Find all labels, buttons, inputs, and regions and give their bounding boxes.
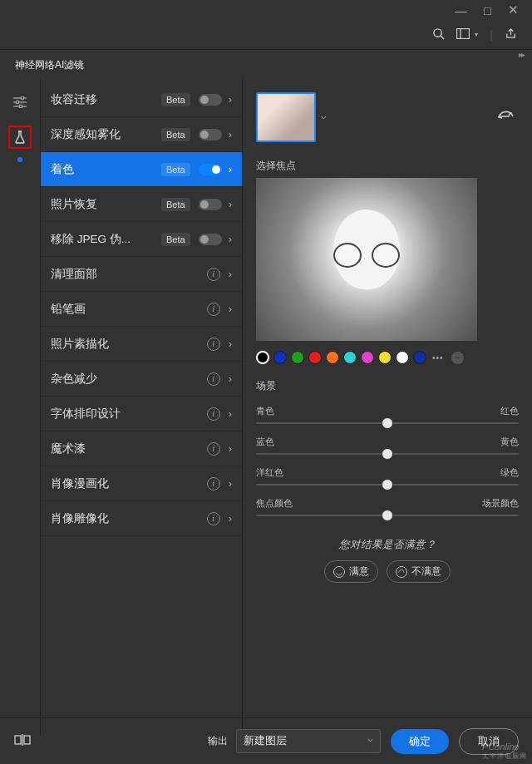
filter-item-11[interactable]: 肖像漫画化i›: [41, 466, 242, 501]
info-icon[interactable]: i: [207, 442, 220, 456]
scene-label: 场景: [256, 379, 519, 393]
filter-toggle[interactable]: [199, 234, 222, 245]
info-icon[interactable]: i: [207, 268, 220, 281]
chevron-right-icon: ›: [229, 128, 232, 140]
slider-track[interactable]: [256, 453, 519, 455]
slider-left-label: 蓝色: [256, 436, 274, 448]
chevron-right-icon: ›: [229, 372, 232, 385]
filter-name: 着色: [51, 162, 161, 177]
filter-item-6[interactable]: 铅笔画i›: [41, 292, 242, 327]
share-icon[interactable]: [505, 27, 517, 42]
filter-list: 妆容迁移Beta›深度感知雾化Beta›着色Beta›照片恢复Beta›移除 J…: [40, 79, 243, 736]
filter-name: 肖像漫画化: [51, 476, 207, 491]
panel-tab[interactable]: 神经网络AI滤镜: [7, 52, 92, 79]
filter-item-5[interactable]: 清理面部i›: [41, 257, 242, 292]
sliders-icon[interactable]: [8, 91, 32, 114]
search-icon[interactable]: [432, 27, 445, 42]
color-swatch[interactable]: [326, 351, 339, 364]
ok-button[interactable]: 确定: [391, 729, 449, 754]
filter-item-8[interactable]: 杂色减少i›: [41, 362, 242, 397]
beta-badge: Beta: [161, 128, 190, 141]
layout-dropdown-icon[interactable]: ▾: [475, 31, 478, 38]
slider-track[interactable]: [256, 422, 519, 424]
filter-item-1[interactable]: 深度感知雾化Beta›: [41, 117, 242, 152]
minimize-button[interactable]: —: [455, 3, 467, 17]
slider-right-label: 绿色: [500, 466, 519, 479]
feedback-no-button[interactable]: ◠不满意: [387, 560, 451, 583]
color-swatch[interactable]: [273, 351, 287, 364]
filter-toggle[interactable]: [199, 94, 222, 106]
filter-item-9[interactable]: 字体排印设计i›: [41, 397, 242, 431]
undo-icon[interactable]: [497, 109, 514, 126]
filter-item-4[interactable]: 移除 JPEG 伪...Beta›: [41, 222, 242, 257]
slider-knob[interactable]: [382, 417, 393, 429]
slider-track[interactable]: [256, 484, 519, 486]
thumbnail-dropdown-icon[interactable]: ⌵: [321, 111, 327, 121]
filter-toggle[interactable]: [199, 199, 222, 210]
filter-name: 深度感知雾化: [51, 127, 161, 142]
filter-name: 移除 JPEG 伪...: [51, 232, 161, 247]
footer-bar: 输出 新建图层 确定 取消: [0, 717, 532, 764]
info-icon[interactable]: i: [207, 303, 220, 316]
chevron-right-icon: ›: [229, 512, 232, 525]
close-button[interactable]: ✕: [508, 2, 519, 17]
filter-item-10[interactable]: 魔术漆i›: [41, 431, 242, 466]
color-swatch[interactable]: [291, 351, 304, 364]
layout-icon[interactable]: [456, 28, 470, 42]
chevron-right-icon: ›: [229, 268, 232, 280]
slider-row-1: 蓝色黄色: [256, 436, 519, 455]
color-swatch[interactable]: [256, 351, 269, 364]
svg-line-1: [441, 36, 445, 39]
svg-point-7: [16, 101, 19, 104]
color-swatch[interactable]: [343, 351, 357, 364]
maximize-button[interactable]: □: [484, 3, 491, 17]
info-icon[interactable]: i: [207, 407, 220, 421]
collapse-icon[interactable]: ▸▸: [519, 50, 524, 59]
info-icon[interactable]: i: [207, 477, 220, 490]
svg-rect-11: [24, 736, 30, 744]
filter-name: 铅笔画: [51, 302, 207, 317]
chevron-right-icon: ›: [229, 198, 232, 210]
color-swatch[interactable]: [413, 351, 426, 364]
filter-toggle[interactable]: [199, 164, 222, 175]
slider-left-label: 青色: [256, 405, 274, 417]
chevron-right-icon: ›: [229, 303, 232, 315]
info-icon[interactable]: i: [207, 512, 220, 525]
slider-row-2: 洋红色绿色: [256, 466, 519, 486]
preview-image[interactable]: [256, 178, 477, 341]
info-icon[interactable]: i: [207, 338, 220, 351]
slider-knob[interactable]: [382, 479, 393, 490]
chevron-right-icon: ›: [229, 93, 232, 106]
filter-name: 字体排印设计: [51, 407, 207, 421]
more-icon[interactable]: •••: [432, 353, 444, 362]
filter-toggle[interactable]: [199, 129, 222, 140]
slider-left-label: 洋红色: [256, 466, 283, 479]
filter-item-0[interactable]: 妆容迁移Beta›: [41, 82, 242, 117]
flask-icon[interactable]: [8, 126, 32, 149]
info-icon[interactable]: i: [207, 372, 220, 386]
color-swatch[interactable]: [361, 351, 374, 364]
feedback-question: 您对结果是否满意？: [256, 538, 519, 552]
filter-item-3[interactable]: 照片恢复Beta›: [41, 187, 242, 222]
feedback-yes-button[interactable]: ◡满意: [324, 560, 378, 583]
chevron-right-icon: ›: [229, 477, 232, 490]
slider-row-0: 青色红色: [256, 405, 519, 424]
filter-item-12[interactable]: 肖像雕像化i›: [41, 501, 242, 536]
color-swatch[interactable]: [396, 351, 409, 364]
color-swatch[interactable]: [378, 351, 392, 364]
compare-icon[interactable]: [13, 734, 32, 748]
filter-item-2[interactable]: 着色Beta›: [41, 152, 242, 187]
output-select[interactable]: 新建图层: [236, 729, 381, 753]
face-thumbnail[interactable]: [256, 92, 316, 142]
slider-right-label: 场景颜色: [482, 497, 519, 510]
beta-badge: Beta: [161, 163, 190, 176]
slider-knob[interactable]: [382, 510, 393, 521]
slider-row-3: 焦点颜色场景颜色: [256, 497, 519, 516]
remove-swatch-icon[interactable]: −: [451, 352, 464, 364]
svg-point-0: [434, 28, 441, 36]
slider-track[interactable]: [256, 515, 519, 516]
watermark: PConline太平洋电脑网: [482, 742, 527, 761]
slider-knob[interactable]: [382, 448, 393, 460]
color-swatch[interactable]: [308, 351, 322, 364]
filter-item-7[interactable]: 照片素描化i›: [41, 327, 242, 362]
